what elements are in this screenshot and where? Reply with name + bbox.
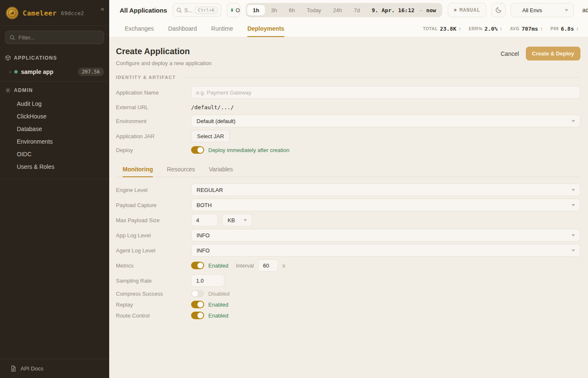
application-name-input[interactable] (191, 86, 580, 99)
sidebar-item-database[interactable]: Database (0, 123, 109, 135)
trend-up-icon: ↑ (576, 26, 579, 32)
trend-up-icon: ↑ (540, 26, 543, 32)
environment-label: Environment (116, 118, 191, 124)
status-dot-green (14, 70, 18, 74)
compress-success-toggle[interactable] (191, 290, 204, 297)
online-text: O (236, 7, 240, 13)
sidebar-item-api-docs[interactable]: API Docs (0, 359, 109, 378)
max-payload-unit-select[interactable]: KB (222, 214, 252, 226)
online-dot-icon (231, 8, 233, 12)
deploy-label: Deploy (116, 147, 191, 153)
applications-section-header: APPLICATIONS (5, 55, 104, 61)
metrics-state-label: Enabled (208, 262, 228, 269)
replay-state-label: Enabled (208, 302, 228, 308)
tab-variables[interactable]: Variables (209, 162, 233, 177)
environment-select[interactable]: All Envs (511, 3, 574, 17)
gear-icon (5, 87, 11, 93)
sidebar-filter-input[interactable]: Filter... (5, 31, 104, 44)
identity-section-title: IDENTITY & ARTIFACT (116, 75, 176, 80)
date-range-to[interactable]: now (425, 7, 441, 13)
time-range-3h[interactable]: 3h (265, 5, 283, 16)
application-name-label: Application Name (116, 89, 191, 96)
date-range-separator: – (418, 7, 425, 13)
sidebar-item-users-roles[interactable]: Users & Roles (0, 160, 109, 173)
config-tabbar: Monitoring Resources Variables (116, 162, 580, 177)
time-range-24h[interactable]: 24h (327, 5, 348, 16)
route-control-toggle[interactable] (191, 312, 204, 319)
tab-dashboard[interactable]: Dashboard (168, 20, 197, 37)
environment-form-select[interactable]: Default (default) (191, 115, 580, 127)
date-range-from[interactable]: 9. Apr. 16:12 (366, 7, 418, 13)
chevron-right-icon[interactable]: › (9, 69, 11, 75)
tab-resources[interactable]: Resources (167, 162, 195, 177)
replay-toggle[interactable] (191, 301, 204, 308)
app-count-badge: 207.5k (78, 68, 104, 76)
tab-deployments[interactable]: Deployments (247, 20, 284, 37)
engine-level-label: Engine Level (116, 187, 191, 193)
manual-refresh-button[interactable]: MANUAL (448, 3, 486, 17)
max-payload-size-input[interactable] (191, 214, 218, 226)
tab-exchanges[interactable]: Exchanges (125, 20, 154, 37)
brand-row: Cameleer 69dcce2 « (0, 0, 109, 26)
sidebar-collapse-icon[interactable]: « (101, 5, 104, 12)
admin-section-header: ADMIN (5, 87, 104, 93)
time-range-today[interactable]: Today (301, 5, 327, 16)
sidebar-item-oidc[interactable]: OIDC (0, 148, 109, 160)
filter-placeholder: Filter... (18, 34, 35, 41)
admin-nav: Audit Log ClickHouse Database Environmen… (0, 96, 109, 179)
cancel-button[interactable]: Cancel (501, 50, 519, 57)
time-range-6h[interactable]: 6h (283, 5, 301, 16)
compress-success-label: Compress Success (116, 291, 191, 297)
global-search-input[interactable]: S... Ctrl+K (173, 3, 221, 17)
cameleer-logo-icon (6, 7, 18, 19)
moon-icon (495, 7, 502, 13)
application-jar-label: Application JAR (116, 133, 191, 139)
select-jar-button[interactable]: Select JAR (191, 130, 230, 142)
external-url-value: /default/.../ (191, 104, 234, 110)
topbar-title: All Applications (120, 7, 167, 14)
sidebar-item-clickhouse[interactable]: ClickHouse (0, 110, 109, 123)
search-shortcut-kbd: Ctrl+K (195, 7, 218, 14)
tab-runtime[interactable]: Runtime (211, 20, 233, 37)
sampling-rate-input[interactable] (191, 274, 225, 287)
deploy-toggle-label: Deploy immediately after creation (208, 147, 289, 153)
sidebar-item-environments[interactable]: Environments (0, 135, 109, 148)
sidebar-item-audit-log[interactable]: Audit Log (0, 97, 109, 110)
deploy-toggle[interactable] (191, 146, 204, 154)
cube-icon (5, 55, 11, 61)
time-range-7d[interactable]: 7d (348, 5, 366, 16)
trend-up-icon: ↑ (500, 26, 503, 32)
interval-input[interactable] (258, 259, 278, 272)
brand-name: Cameleer (23, 9, 57, 17)
page-subtitle: Configure and deploy a new application (116, 60, 212, 66)
engine-level-select[interactable]: REGULAR (191, 184, 580, 196)
sidebar: Cameleer 69dcce2 « Filter... APPLICATION… (0, 0, 109, 378)
dark-mode-toggle-button[interactable] (491, 3, 506, 17)
payload-capture-select[interactable]: BOTH (191, 199, 580, 211)
chevron-down-icon (572, 249, 575, 252)
search-icon (176, 8, 182, 13)
metrics-toggle[interactable] (191, 262, 204, 269)
user-name: admin (582, 7, 588, 13)
route-control-label: Route Control (116, 312, 191, 319)
external-url-label: External URL (116, 104, 191, 110)
app-log-level-select[interactable]: INFO (191, 229, 580, 242)
stat-p99: P99 6.8s ↑ (551, 26, 579, 32)
sidebar-item-sample-app[interactable]: › sample app 207.5k (0, 63, 109, 81)
chevron-down-icon (572, 120, 575, 122)
create-deploy-button[interactable]: Create & Deploy (526, 47, 580, 60)
page-title: Create Application (116, 47, 212, 56)
time-range-1h[interactable]: 1h (247, 5, 265, 16)
manual-dot-icon (454, 9, 457, 11)
online-status-button[interactable]: O (227, 3, 240, 17)
chevron-down-icon (244, 219, 247, 221)
replay-label: Replay (116, 302, 191, 308)
tab-monitoring[interactable]: Monitoring (123, 162, 153, 177)
interval-label: Interval (236, 262, 254, 269)
agent-log-level-select[interactable]: INFO (191, 244, 580, 257)
api-docs-label: API Docs (21, 365, 43, 372)
document-icon (10, 365, 16, 372)
brand-version: 69dcce2 (61, 10, 84, 16)
stats-row: TOTAL 23.8K ↑ ERR% 2.0% ↑ AVG 707ms ↑ P9… (423, 20, 579, 37)
trend-up-icon: ↑ (459, 26, 462, 32)
